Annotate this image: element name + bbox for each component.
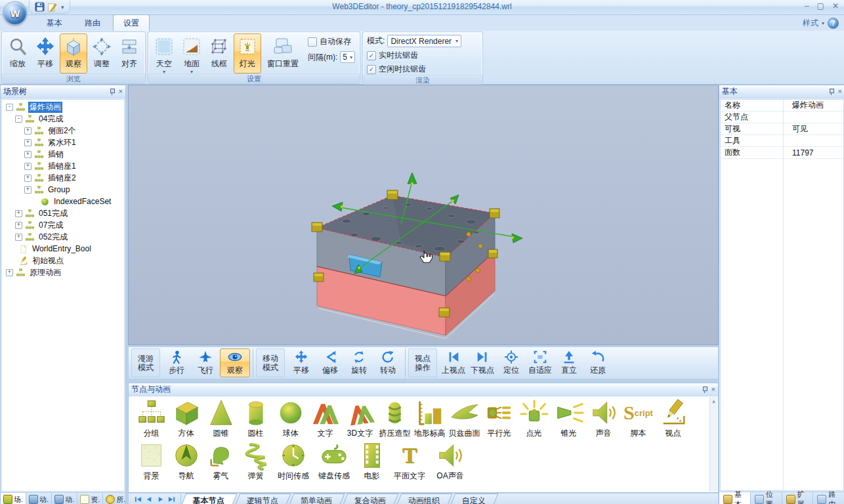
node-item-spring[interactable]: 弹簧 [238,440,273,482]
pan-view-button[interactable]: 平移 [287,348,316,377]
node-item-viewpoint[interactable]: 视点 [656,398,690,439]
prop-tab-extend[interactable]: 扩展 [782,492,814,504]
tab-first-icon[interactable] [133,495,143,504]
tree-node[interactable]: +052完成 [2,231,124,243]
properties-close-icon[interactable]: × [838,88,842,95]
sky-button[interactable]: 天空 ▾ [151,33,177,74]
help-icon[interactable]: ? [828,18,839,29]
property-row[interactable]: 面数11797 [721,147,843,159]
restore-button[interactable]: 还原 [583,348,612,377]
wireframe-button[interactable]: 线框 [206,33,232,74]
tab-simple-anim[interactable]: 简单动画 [289,494,345,504]
property-row[interactable]: 父节点 [721,112,843,123]
tab-composite-anim[interactable]: 复合动画 [343,494,399,504]
tab-custom[interactable]: 自定义 [451,494,499,504]
tree-node[interactable]: +Group [2,184,124,196]
node-item-fog[interactable]: 雾气 [203,440,238,482]
locate-button[interactable]: 定位 [497,348,526,377]
tree-node[interactable]: +051完成 [2,207,124,219]
maximize-button[interactable]: ▢ [817,1,824,10]
window-reset-button[interactable]: 窗口重置 [263,33,303,74]
zoom-button[interactable]: 缩放 [5,33,31,74]
observe-button[interactable]: 观察 [60,33,87,74]
style-dropdown-icon[interactable]: ▾ [822,20,824,26]
node-item-spotlight[interactable]: 锥光 [551,398,586,439]
tree-node[interactable]: WorldEntry_Bool [2,243,124,255]
aa-realtime-row[interactable]: ✓ 实时抗锯齿 [367,50,478,61]
pan-button[interactable]: 平移 [32,33,58,74]
tab-last-icon[interactable] [166,495,177,504]
property-row[interactable]: 工具 [721,135,843,147]
aa-idle-checkbox[interactable]: ✓ [367,65,376,74]
node-item-oasound[interactable]: OA声音 [430,440,471,482]
nodes-panel-close-icon[interactable]: × [711,386,715,393]
style-button[interactable]: 样式 [803,18,818,29]
node-item-pointlight[interactable]: 点光 [517,398,551,439]
dock-tab-anim1[interactable]: 动. [26,493,52,504]
fit-button[interactable]: 自适应 [526,348,555,377]
close-button[interactable]: ✕ [832,1,839,10]
app-menu-button[interactable]: W [3,1,27,25]
ground-button[interactable]: 地面 ▾ [179,33,205,74]
walk-button[interactable]: 步行 [162,348,191,377]
node-item-bezier[interactable]: 贝兹曲面 [447,398,482,439]
scene-tree-close-icon[interactable]: × [119,88,123,95]
align-button[interactable]: 对齐 [116,33,142,74]
tab-basic[interactable]: 基本 [37,15,72,31]
roam-mode-button[interactable]: 漫游模式 [131,348,160,377]
node-item-sphere[interactable]: 球体 [273,398,308,439]
tab-basic-nodes[interactable]: 基本节点 [182,494,238,504]
nodes-scrollbar[interactable]: ▲ [709,397,717,492]
tree-node[interactable]: -爆炸动画 [2,101,124,113]
node-item-background[interactable]: 背景 [134,440,169,482]
node-item-terrain[interactable]: 地形标高 [412,398,447,439]
rotate-button[interactable]: 旋转 [345,348,373,377]
pin-icon[interactable] [702,387,707,393]
aa-idle-row[interactable]: ✓ 空闲时抗锯齿 [367,64,478,75]
minimize-button[interactable]: – [805,1,809,10]
tree-node[interactable]: 初始视点 [2,255,124,266]
property-row[interactable]: 名称爆炸动画 [721,100,843,112]
adjust-button[interactable]: 调整 [89,33,115,74]
dock-tab-resource[interactable]: 资. [77,493,103,504]
node-item-cylinder[interactable]: 圆柱 [238,398,273,439]
tree-node[interactable]: +紧水环1 [2,136,124,148]
tree-node[interactable]: +插销 [2,148,124,160]
interval-spinner[interactable]: 5 ▾ [340,51,355,63]
tab-anim-organize[interactable]: 动画组织 [397,494,453,504]
prev-viewpoint-button[interactable]: 上视点 [439,348,468,377]
dock-tab-anim2[interactable]: 动. [52,493,77,504]
upright-button[interactable]: 直立 [555,348,583,377]
tab-next-icon[interactable] [155,495,165,504]
viewpoint-ops-button[interactable]: 视点操作 [408,348,437,377]
node-item-movie[interactable]: 电影 [354,440,389,482]
tree-node[interactable]: +07完成 [2,219,124,231]
tab-prev-icon[interactable] [144,495,154,504]
node-item-flattext[interactable]: T平面文字 [389,440,430,482]
prop-tab-route[interactable]: 路由 [813,492,844,504]
tree-node[interactable]: -04完成 [2,113,124,125]
offset-button[interactable]: 偏移 [316,348,345,377]
move-mode-button[interactable]: 移动模式 [256,348,285,377]
node-item-navigation[interactable]: 导航 [169,440,203,482]
prop-tab-position[interactable]: 位置 [751,492,782,504]
node-item-sound[interactable]: 声音 [586,398,621,439]
pin-icon[interactable] [110,89,115,95]
turn-button[interactable]: 转动 [373,348,402,377]
tree-node[interactable]: IndexedFaceSet [2,196,124,207]
node-item-box[interactable]: 方体 [169,398,203,439]
autosave-checkbox[interactable] [308,37,317,47]
pin-icon[interactable] [829,89,834,95]
fly-button[interactable]: 飞行 [191,348,220,377]
node-item-text3d[interactable]: 3D文字 [343,398,377,439]
tab-logic-nodes[interactable]: 逻辑节点 [236,494,291,504]
tab-route[interactable]: 路由 [75,15,110,31]
node-item-script[interactable]: Script脚本 [621,398,656,439]
interval-dropdown-icon[interactable]: ▾ [350,54,352,60]
node-item-timesensor[interactable]: 时间传感 [273,440,314,482]
tab-settings[interactable]: 设置 [113,14,150,31]
autosave-checkbox-row[interactable]: 自动保存 [308,36,355,47]
node-item-text[interactable]: 文字 [308,398,343,439]
node-item-keysensor[interactable]: 键盘传感 [314,440,354,482]
light-button[interactable]: 灯光 [234,33,261,74]
